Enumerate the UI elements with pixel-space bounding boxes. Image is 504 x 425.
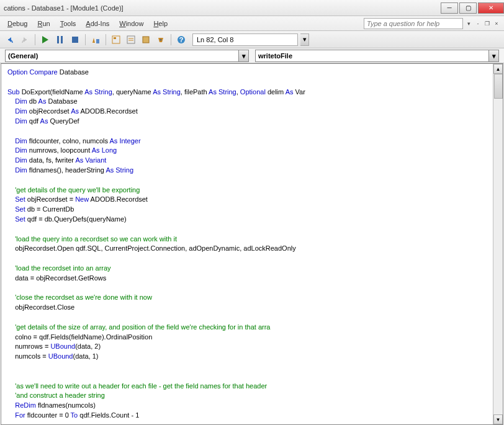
properties-button[interactable] xyxy=(125,34,137,46)
menu-run[interactable]: Run xyxy=(32,18,55,29)
run-button[interactable] xyxy=(39,34,52,46)
svg-rect-0 xyxy=(57,36,59,43)
menu-debug[interactable]: Debug xyxy=(2,18,32,29)
object-browser-button[interactable] xyxy=(140,34,152,46)
svg-rect-3 xyxy=(96,39,99,43)
scroll-thumb[interactable] xyxy=(494,74,503,99)
cursor-position-dropdown[interactable]: ▾ xyxy=(300,34,309,46)
vertical-scrollbar[interactable]: ▲ ▼ xyxy=(493,64,503,424)
scroll-down-button[interactable]: ▼ xyxy=(493,414,503,424)
toolbar: ? Ln 82, Col 8 ▾ xyxy=(0,31,504,48)
menu-add-ins[interactable]: Add-Ins xyxy=(81,18,114,29)
svg-point-8 xyxy=(160,38,162,40)
title-bar: cations - Database1 - [Module1 (Code)] ─… xyxy=(0,0,504,16)
svg-text:?: ? xyxy=(179,36,184,43)
project-explorer-button[interactable] xyxy=(110,34,122,46)
undo-button[interactable] xyxy=(4,34,16,46)
menu-window[interactable]: Window xyxy=(114,18,148,29)
svg-rect-5 xyxy=(114,37,116,39)
menu-bar: DebugRunToolsAdd-InsWindowHelp ▾ - ❐ × xyxy=(0,16,504,31)
help-search-dropdown-icon[interactable]: ▾ xyxy=(465,20,472,27)
redo-button[interactable] xyxy=(19,34,31,46)
code-editor[interactable]: Option Compare Database Sub DoExport(fie… xyxy=(1,63,503,425)
svg-rect-6 xyxy=(127,36,135,43)
stop-button[interactable] xyxy=(69,34,81,46)
chevron-down-icon: ▾ xyxy=(488,50,498,61)
help-search-input[interactable] xyxy=(364,18,463,29)
help-button[interactable]: ? xyxy=(175,34,187,46)
close-button[interactable]: ✕ xyxy=(478,2,504,14)
mdi-restore-button[interactable]: ❐ xyxy=(484,20,491,27)
object-combo[interactable]: (General)▾ xyxy=(5,50,249,62)
mdi-minimize-button[interactable]: - xyxy=(474,20,482,27)
minimize-button[interactable]: ─ xyxy=(441,2,458,14)
svg-rect-7 xyxy=(143,37,149,43)
cursor-position-box: Ln 82, Col 8 xyxy=(192,34,298,46)
svg-rect-1 xyxy=(61,36,63,43)
mdi-close-button[interactable]: × xyxy=(493,20,500,27)
maximize-button[interactable]: ▢ xyxy=(459,2,477,14)
scroll-up-button[interactable]: ▲ xyxy=(493,64,503,74)
procedure-combo[interactable]: writetoFile▾ xyxy=(255,50,499,62)
pause-button[interactable] xyxy=(54,34,66,46)
menu-tools[interactable]: Tools xyxy=(55,18,81,29)
toolbox-button[interactable] xyxy=(155,34,167,46)
svg-rect-2 xyxy=(72,37,78,43)
design-mode-button[interactable] xyxy=(89,34,102,46)
window-title: cations - Database1 - [Module1 (Code)] xyxy=(4,4,124,12)
menu-help[interactable]: Help xyxy=(148,18,173,29)
svg-rect-4 xyxy=(112,36,120,43)
chevron-down-icon: ▾ xyxy=(238,50,248,61)
